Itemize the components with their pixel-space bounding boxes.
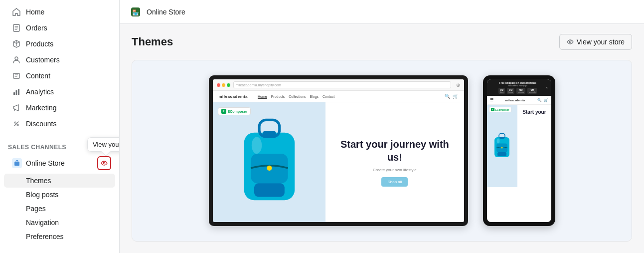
sidebar-item-content[interactable]: Content <box>4 68 115 84</box>
blog-posts-label: Blog posts <box>26 191 58 199</box>
site-logo: mileacademia <box>219 94 248 99</box>
eye-icon <box>101 160 108 167</box>
discounts-icon <box>12 119 21 128</box>
products-icon <box>12 39 21 48</box>
close-dot <box>217 83 220 87</box>
topbar-store-title: Online Store <box>147 8 185 16</box>
svg-rect-3 <box>13 92 15 95</box>
theme-preview-area: mileacademia.myshopify.com ⊕ mileacademi… <box>132 60 632 241</box>
mobile-nav-bar: ☰ mileacademia 🔍 🛒 <box>487 96 551 105</box>
view-store-tooltip: View your online store <box>87 137 120 152</box>
hamburger-icon: ☰ <box>490 98 493 102</box>
site-nav-links: Home Products Collections Blogs Contact <box>258 95 334 98</box>
orders-label: Orders <box>26 24 47 32</box>
marketing-icon <box>12 103 21 112</box>
site-right-panel: Start your journey with us! Create your … <box>325 102 464 222</box>
orders-icon <box>12 23 21 32</box>
svg-point-7 <box>17 124 18 126</box>
sidebar-item-online-store[interactable]: Online Store View your online store <box>4 153 115 174</box>
sidebar-item-navigation[interactable]: Navigation <box>4 216 115 230</box>
mobile-top-banner: Free shipping on subscriptions and order… <box>487 79 551 96</box>
ecomposer-badge: E EComposer <box>218 107 251 115</box>
browser-dots <box>217 83 230 87</box>
svg-rect-21 <box>262 131 276 136</box>
sidebar-item-apps[interactable]: Apps › <box>4 250 115 253</box>
sidebar-item-marketing[interactable]: Marketing <box>4 100 115 116</box>
page-title: Themes <box>132 35 173 48</box>
sidebar: Home Orders Products Customers Content A… <box>0 0 120 253</box>
themes-card: mileacademia.myshopify.com ⊕ mileacademi… <box>132 60 632 242</box>
mobile-left-panel: E EComposer <box>487 105 518 187</box>
mobile-banner-text: Free shipping on subscriptions and order… <box>490 81 546 94</box>
sidebar-item-analytics[interactable]: Analytics <box>4 84 115 100</box>
discounts-label: Discounts <box>26 120 56 128</box>
mobile-cart-icon: 🛒 <box>544 98 548 102</box>
view-store-eye-button[interactable] <box>97 156 111 170</box>
mobile-nav-icons: 🔍 🛒 <box>537 98 548 102</box>
view-store-button[interactable]: View your store <box>559 34 632 50</box>
analytics-label: Analytics <box>26 88 54 96</box>
hero-heading: Start your journey with us! <box>333 138 456 164</box>
hero-subtext: Create your own lifestyle <box>373 168 417 172</box>
sidebar-item-customers[interactable]: Customers <box>4 52 115 68</box>
browser-url-bar: mileacademia.myshopify.com <box>233 81 451 88</box>
svg-point-23 <box>251 137 261 154</box>
home-label: Home <box>26 8 44 16</box>
svg-rect-20 <box>254 183 284 197</box>
sidebar-item-themes[interactable]: Themes <box>4 174 115 188</box>
sidebar-item-preferences[interactable]: Preferences <box>4 230 115 244</box>
svg-point-22 <box>267 166 272 171</box>
view-store-eye-icon <box>567 38 574 45</box>
svg-rect-27 <box>497 152 506 156</box>
svg-rect-5 <box>18 89 19 95</box>
mobile-banner-sub: and orders! Hurry up! <box>490 84 546 87</box>
mobile-right-panel: Start your <box>517 105 551 187</box>
svg-rect-28 <box>500 137 504 138</box>
mobile-logo: mileacademia <box>496 99 535 102</box>
mobile-countdown: 00 days 00 hours 00 minu <box>490 88 546 94</box>
browser-refresh-icon: ⊕ <box>456 82 460 88</box>
nav-link-products: Products <box>271 95 285 98</box>
ecomposer-label: EComposer <box>228 110 247 113</box>
browser-bar: mileacademia.myshopify.com ⊕ <box>213 79 464 91</box>
svg-rect-4 <box>16 90 17 95</box>
banner-close-icon[interactable]: × <box>546 85 548 90</box>
svg-point-30 <box>497 139 500 144</box>
content-label: Content <box>26 72 50 80</box>
counter-hours: 00 hours <box>507 88 514 94</box>
eye-button-wrapper: View your online store <box>97 156 111 170</box>
sidebar-item-pages[interactable]: Pages <box>4 202 115 216</box>
sidebar-item-blog-posts[interactable]: Blog posts <box>4 188 115 202</box>
online-store-label: Online Store <box>26 159 93 167</box>
ecomposer-icon: E <box>221 109 226 114</box>
nav-link-collections: Collections <box>289 95 306 98</box>
minimize-dot <box>222 83 225 87</box>
mobile-screen: Free shipping on subscriptions and order… <box>487 79 551 222</box>
nav-link-home: Home <box>258 95 267 98</box>
search-icon: 🔍 <box>445 94 450 99</box>
main-content: 🏪 Online Store Themes View your store <box>120 0 644 253</box>
hero-cta-button[interactable]: Shop all <box>381 177 408 187</box>
products-label: Products <box>26 40 53 48</box>
counter-seconds: 00 seconds <box>527 88 537 94</box>
sidebar-item-home[interactable]: Home <box>4 4 115 20</box>
sidebar-item-orders[interactable]: Orders <box>4 20 115 36</box>
home-icon <box>12 7 21 16</box>
nav-link-contact: Contact <box>322 95 334 98</box>
top-bar: 🏪 Online Store <box>120 0 644 24</box>
preferences-label: Preferences <box>26 233 63 241</box>
site-content: E EComposer <box>213 102 464 222</box>
themes-label: Themes <box>26 177 51 185</box>
sidebar-item-discounts[interactable]: Discounts <box>4 116 115 132</box>
sidebar-item-products[interactable]: Products <box>4 36 115 52</box>
page-header: Themes View your store <box>132 34 632 50</box>
svg-point-9 <box>103 162 105 164</box>
mobile-hero-text: Start your <box>522 109 546 115</box>
mobile-ec-label: EComposer <box>495 108 509 111</box>
store-brand-icon: 🏪 <box>130 6 142 18</box>
site-left-panel: E EComposer <box>213 102 326 222</box>
page-body: Themes View your store <box>120 24 644 253</box>
svg-text:🏪: 🏪 <box>132 8 139 15</box>
customers-icon <box>12 55 21 64</box>
nav-link-blogs: Blogs <box>310 95 319 98</box>
